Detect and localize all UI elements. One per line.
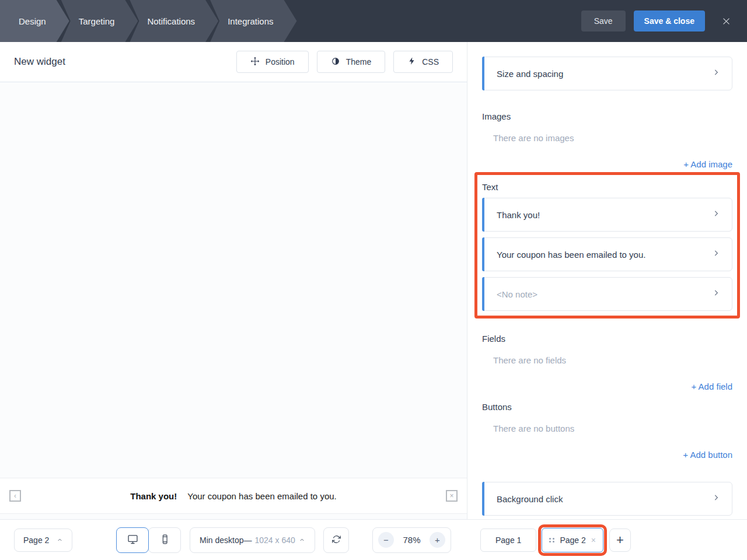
zoom-level: 78% <box>403 535 420 545</box>
desktop-view-button[interactable] <box>116 527 149 553</box>
images-section: Images There are no images + Add image <box>482 111 732 169</box>
bottombar: Page 2 Min desktop— <box>0 519 747 560</box>
add-page-button[interactable]: + <box>609 528 631 552</box>
device-toggle <box>116 527 181 553</box>
css-button[interactable]: CSS <box>393 51 453 73</box>
drag-handle-icon[interactable] <box>549 538 554 542</box>
preview-text: Thank you! Your coupon has been emailed … <box>21 491 446 501</box>
save-button[interactable]: Save <box>581 10 626 32</box>
screen-size-prefix: Min desktop— <box>200 536 252 545</box>
add-field-link[interactable]: + Add field <box>482 382 732 391</box>
size-and-spacing-card[interactable]: Size and spacing <box>482 57 732 90</box>
main-area: New widget Position Theme <box>0 42 747 519</box>
settings-panel: Size and spacing Images There are no ima… <box>467 42 747 519</box>
editor-toolbar: Position Theme CSS <box>236 51 453 73</box>
mobile-view-button[interactable] <box>148 527 181 553</box>
add-image-link[interactable]: + Add image <box>482 159 732 169</box>
chevron-right-icon <box>712 68 720 79</box>
chevron-up-icon <box>57 536 63 545</box>
close-icon[interactable] <box>718 13 734 29</box>
widget-preview-bar[interactable]: ‹ Thank you! Your coupon has been emaile… <box>0 478 467 514</box>
editor-column: New widget Position Theme <box>0 42 467 519</box>
rotate-icon <box>331 534 341 546</box>
collapse-icon[interactable]: ‹ <box>9 490 21 502</box>
position-button[interactable]: Position <box>236 51 309 73</box>
bottombar-canvas-controls: Page 2 Min desktop— <box>0 527 467 553</box>
lightning-icon <box>407 57 416 67</box>
fields-section: Fields There are no fields + Add field <box>482 334 732 391</box>
tab-integrations[interactable]: Integrations <box>210 0 296 42</box>
zoom-in-button[interactable]: + <box>430 532 445 548</box>
widget-title: New widget <box>14 56 65 68</box>
tab-design[interactable]: Design <box>0 0 69 42</box>
css-button-label: CSS <box>422 57 439 66</box>
topbar: Design Targeting Notifications Integrati… <box>0 0 747 42</box>
screen-size-dropdown[interactable]: Min desktop— 1024 x 640 <box>190 527 315 553</box>
chevron-right-icon <box>712 209 720 220</box>
widget-editor-app: Design Targeting Notifications Integrati… <box>0 0 747 560</box>
text-item-card[interactable]: Thank you! <box>482 198 732 232</box>
images-empty-text: There are no images <box>482 133 732 143</box>
topbar-actions: Save Save & close <box>581 0 747 42</box>
screen-size-value: 1024 x 640 <box>254 536 295 545</box>
buttons-section-label: Buttons <box>482 402 732 412</box>
page-selector-dropdown[interactable]: Page 2 <box>14 528 72 552</box>
text-section-highlight: Text Thank you! Your coupon has been ema… <box>474 172 740 318</box>
preview-close-icon[interactable]: × <box>446 490 458 502</box>
move-icon <box>250 57 260 68</box>
text-section-label: Text <box>482 182 732 192</box>
chevron-right-icon <box>712 289 720 299</box>
preview-title: Thank you! <box>130 491 177 501</box>
chevron-right-icon <box>712 249 720 260</box>
page-1-tab[interactable]: Page 1 <box>480 528 536 552</box>
preview-message: Your coupon has been emailed to you. <box>187 491 336 501</box>
rotate-orientation-button[interactable] <box>323 527 349 553</box>
theme-button-label: Theme <box>346 57 372 66</box>
fields-empty-text: There are no fields <box>482 355 732 365</box>
tab-targeting[interactable]: Targeting <box>61 0 138 42</box>
text-item-label: <No note> <box>497 289 537 299</box>
desktop-icon <box>127 533 139 547</box>
editor-header: New widget Position Theme <box>0 42 467 82</box>
fields-section-label: Fields <box>482 334 732 344</box>
background-click-label: Background click <box>497 494 563 504</box>
text-item-card[interactable]: <No note> <box>482 277 732 311</box>
chevron-up-icon <box>299 536 305 545</box>
text-item-card[interactable]: Your coupon has been emailed to you. <box>482 237 732 271</box>
page-2-highlight: Page 2 × <box>538 524 607 556</box>
chevron-right-icon <box>712 494 720 504</box>
images-section-label: Images <box>482 111 732 121</box>
tab-notifications[interactable]: Notifications <box>130 0 218 42</box>
page-2-tab[interactable]: Page 2 × <box>542 528 603 552</box>
theme-button[interactable]: Theme <box>317 51 386 73</box>
buttons-section: Buttons There are no buttons + Add butto… <box>482 402 732 460</box>
size-and-spacing-label: Size and spacing <box>497 69 563 79</box>
bottombar-page-tabs: Page 1 Page 2 × + <box>467 524 747 556</box>
page-2-tab-label: Page 2 <box>560 536 585 545</box>
contrast-icon <box>331 57 340 68</box>
widget-canvas: ‹ Thank you! Your coupon has been emaile… <box>0 82 467 519</box>
position-button-label: Position <box>266 57 295 66</box>
buttons-empty-text: There are no buttons <box>482 424 732 433</box>
add-button-link[interactable]: + Add button <box>482 450 732 460</box>
background-click-card[interactable]: Background click <box>482 482 732 516</box>
page-selector-label: Page 2 <box>23 536 49 545</box>
text-item-label: Thank you! <box>497 210 540 220</box>
delete-page-icon[interactable]: × <box>591 536 596 544</box>
mobile-icon <box>159 534 170 547</box>
zoom-control: − 78% + <box>372 527 451 553</box>
zoom-out-button[interactable]: − <box>378 532 394 548</box>
text-item-label: Your coupon has been emailed to you. <box>497 250 645 260</box>
wizard-tabs: Design Targeting Notifications Integrati… <box>0 0 297 42</box>
save-and-close-button[interactable]: Save & close <box>634 10 705 32</box>
